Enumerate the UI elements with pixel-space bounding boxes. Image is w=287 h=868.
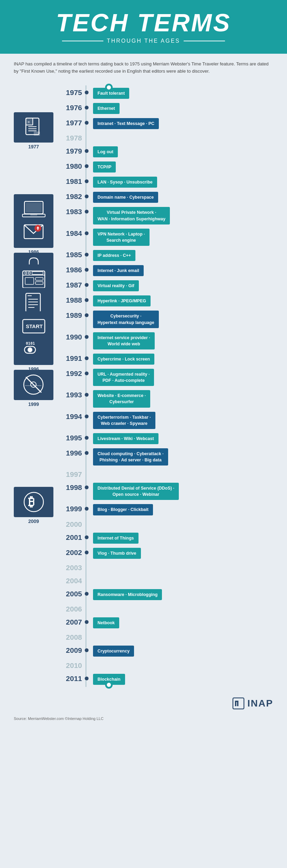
dot-area [82,562,91,566]
timeline-dot [85,535,89,539]
year-label: 1979 [62,146,82,155]
timeline-dot [85,592,89,596]
dot-area [82,660,91,663]
term-tag: Internet of Things [93,533,139,544]
image-icon-envelope [14,218,53,248]
term-area: Ransomware · Microblogging [91,588,278,600]
term-tag: Ransomware · Microblogging [93,589,162,600]
year-label: 2003 [62,562,82,572]
timeline-dot [85,372,89,375]
term-area: TCP/IP [91,161,278,172]
year-label: 1990 [62,332,82,341]
inap-label: INAP [247,698,273,709]
dot-area [82,249,91,257]
image-box-1999: 1999 [14,370,53,407]
year-label: 1994 [62,411,82,421]
timeline-row: 1980TCP/IP [62,159,278,174]
timeline-row: 1992URL · Augmented reality ·PDF · Auto-… [62,366,278,388]
term-tag: Cryptocurrency [93,646,134,657]
year-label: 1975 [62,87,82,97]
year-label: 1976 [62,102,82,112]
year-label: 2011 [62,673,82,683]
timeline-row: 1995Livestream · Wiki · Webcast [62,431,278,446]
inap-icon [232,697,245,710]
term-area [91,604,278,604]
header-divider: THROUGH THE AGES [7,38,280,44]
timeline-row: 1994Cyberterrorism · Taskbar ·Web crawle… [62,409,278,431]
timeline-row: 2008 [62,630,278,643]
term-area: Internet service provider ·World wide we… [91,332,278,349]
term-tag: Log out [93,146,118,157]
year-label: 1993 [62,389,82,399]
term-tag: Cloud computing · Cyberattack ·Phishing … [93,448,168,466]
term-tag: Virtual reality · Gif [93,280,139,291]
timeline-dot [85,231,89,235]
dot-area [82,295,91,302]
timeline-dot [85,253,89,257]
header-line-right [184,41,225,41]
timeline-row: 1993Website · E-commerce ·Cybersurfer [62,388,278,409]
year-label: 1981 [62,176,82,186]
timeline-row: 1975Fault tolerant [62,85,278,101]
term-area: URL · Augmented reality ·PDF · Auto-comp… [91,368,278,386]
timeline-row: 1983Virtual Private Network ·WAN · Infor… [62,205,278,226]
term-area [91,519,278,520]
timeline-row: 2010 [62,658,278,671]
year-label: 1977 [62,117,82,127]
term-tag: Internet · Junk email [93,265,144,276]
timeline-dot [85,91,89,94]
image-icon-doc: ≡ [14,112,53,143]
dot-area [82,673,91,680]
term-tag: Livestream · Wiki · Webcast [93,433,158,444]
timeline-row: 1986Internet · Junk email [62,263,278,278]
timeline-row: 1978 [62,131,278,144]
dot-area [82,632,91,635]
header-title: TECH TERMS [7,10,280,35]
year-label: 1987 [62,280,82,289]
term-area: Log out [91,146,278,157]
dot-area [82,353,91,360]
timeline-circle-bottom [105,681,113,689]
svg-point-35 [28,347,32,352]
term-area: Virtual reality · Gif [91,280,278,291]
term-tag: Vlog · Thumb drive [93,548,141,559]
term-area: Ethernet [91,102,278,114]
timeline-row: 2004 [62,574,278,587]
dot-area [82,503,91,511]
dot-area [82,176,91,183]
header-line-left [62,41,103,41]
svg-line-38 [26,377,41,393]
timeline-section: ≡ 1977 1984 1986 1989 1990 1992 ST [0,82,287,694]
year-label: 1999 [62,503,82,513]
term-area: VPN Network · Laptop ·Search engine [91,228,278,246]
dot-area [82,519,91,522]
images-column: ≡ 1977 1984 1986 1989 1990 1992 ST [9,85,62,687]
timeline-right: 1975Fault tolerant1976Ethernet1977Intran… [62,85,278,687]
timeline-dot [85,485,89,489]
year-label: 1984 [62,228,82,238]
dot-area [82,588,91,596]
term-area [91,632,278,632]
timeline-entries: 1975Fault tolerant1976Ethernet1977Intran… [62,85,278,687]
term-tag: Virtual Private Network ·WAN · Informati… [93,207,170,224]
timeline-row: 1984VPN Network · Laptop ·Search engine [62,226,278,248]
svg-rect-9 [26,203,42,212]
year-label: 1991 [62,353,82,363]
dot-area [82,161,91,168]
timeline-dot [85,195,89,198]
page: TECH TERMS THROUGH THE AGES INAP has com… [0,0,287,724]
svg-rect-27 [26,293,40,312]
timeline-dot [85,551,89,554]
term-area: Fault tolerant [91,87,278,99]
dot-area [82,332,91,339]
timeline-dot [85,210,89,213]
term-tag: Cyberterrorism · Taskbar ·Web crawler · … [93,412,155,429]
term-area [91,575,278,576]
term-area: Internet · Junk email [91,264,278,276]
timeline-dot [85,179,89,183]
term-tag: Blog · Blogger · Clickbait [93,504,153,515]
timeline-row: 1999Blog · Blogger · Clickbait [62,502,278,517]
timeline-circle-top [105,84,113,91]
timeline-dot [85,415,89,418]
year-label: 1998 [62,482,82,492]
